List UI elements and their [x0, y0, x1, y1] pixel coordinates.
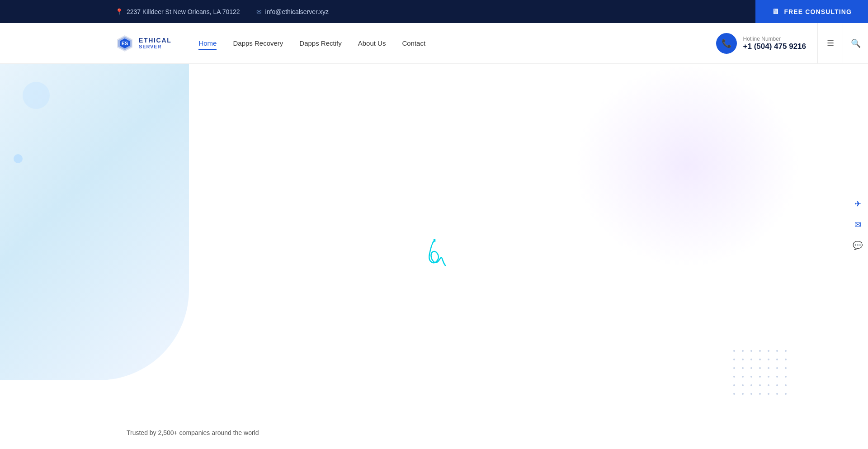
- center-signature: [407, 236, 461, 277]
- address-text: 2237 Killdeer St New Orleans, LA 70122: [127, 8, 240, 15]
- email-side-icon: ✉: [854, 220, 861, 230]
- dot-grid-decoration: [733, 350, 791, 399]
- svg-text:ES: ES: [122, 41, 128, 46]
- telegram-side-button[interactable]: ✈: [847, 194, 868, 214]
- logo-icon: ES: [115, 34, 134, 53]
- search-icon: 🔍: [851, 38, 861, 48]
- hamburger-icon: ☰: [827, 38, 834, 48]
- nav-link-contact[interactable]: Contact: [402, 38, 425, 49]
- side-actions: ✈ ✉ 💬: [847, 194, 868, 256]
- nav-menu: Home Dapps Recovery Dapps Rectify About …: [198, 39, 425, 47]
- nav-left: ES ETHICAL SERVER Home Dapps Recovery Da…: [115, 34, 425, 53]
- email-icon-topbar: ✉: [256, 8, 262, 15]
- whatsapp-icon: 💬: [853, 241, 863, 250]
- nav-link-dapps-recovery[interactable]: Dapps Recovery: [233, 38, 283, 49]
- hamburger-button[interactable]: ☰: [817, 23, 843, 64]
- nav-item-about[interactable]: About Us: [358, 39, 386, 47]
- trusted-text: Trusted by 2,500+ companies around the w…: [127, 429, 259, 436]
- left-decorative-panel: [0, 64, 189, 380]
- logo[interactable]: ES ETHICAL SERVER: [115, 34, 171, 53]
- phone-icon-circle: 📞: [716, 33, 737, 54]
- signature-svg: [407, 236, 461, 277]
- nav-item-dapps-rectify[interactable]: Dapps Rectify: [299, 39, 341, 47]
- logo-sub: SERVER: [139, 44, 171, 49]
- nav-link-dapps-rectify[interactable]: Dapps Rectify: [299, 38, 341, 49]
- whatsapp-side-button[interactable]: 💬: [847, 235, 868, 256]
- nav-item-contact[interactable]: Contact: [402, 39, 425, 47]
- right-gradient-blob: [574, 64, 800, 267]
- location-icon: 📍: [115, 8, 123, 15]
- top-bar: 📍 2237 Killdeer St New Orleans, LA 70122…: [0, 0, 868, 23]
- nav-link-home[interactable]: Home: [198, 38, 217, 50]
- logo-text: ETHICAL SERVER: [139, 37, 171, 49]
- free-consulting-button[interactable]: 🖥 FREE CONSULTING: [755, 0, 868, 23]
- consulting-icon: 🖥: [772, 8, 779, 16]
- email-item: ✉ info@ethicalserver.xyz: [256, 8, 329, 15]
- search-button[interactable]: 🔍: [843, 23, 868, 64]
- hotline-text: Hotline Number +1 (504) 475 9216: [743, 36, 806, 51]
- telegram-icon: ✈: [854, 199, 861, 209]
- top-bar-left: 📍 2237 Killdeer St New Orleans, LA 70122…: [115, 8, 329, 15]
- phone-icon: 📞: [722, 38, 731, 48]
- logo-main: ETHICAL: [139, 37, 171, 44]
- nav-right: 📞 Hotline Number +1 (504) 475 9216 ☰ 🔍: [716, 23, 868, 64]
- hotline-container: 📞 Hotline Number +1 (504) 475 9216: [716, 33, 806, 54]
- email-side-button[interactable]: ✉: [847, 214, 868, 235]
- hotline-number: +1 (504) 475 9216: [743, 42, 806, 51]
- nav-item-home[interactable]: Home: [198, 39, 217, 47]
- main-content: Trusted by 2,500+ companies around the w…: [0, 64, 868, 449]
- nav-item-dapps-recovery[interactable]: Dapps Recovery: [233, 39, 283, 47]
- nav-actions: ☰ 🔍: [817, 23, 868, 64]
- address-item: 📍 2237 Killdeer St New Orleans, LA 70122: [115, 8, 240, 15]
- deco-circle-topleft: [23, 82, 50, 109]
- nav-link-about[interactable]: About Us: [358, 38, 386, 49]
- navbar: ES ETHICAL SERVER Home Dapps Recovery Da…: [0, 23, 868, 64]
- deco-circle-midleft: [14, 154, 23, 163]
- email-text: info@ethicalserver.xyz: [265, 8, 329, 15]
- consulting-label: FREE CONSULTING: [784, 8, 852, 15]
- hotline-label: Hotline Number: [743, 36, 806, 42]
